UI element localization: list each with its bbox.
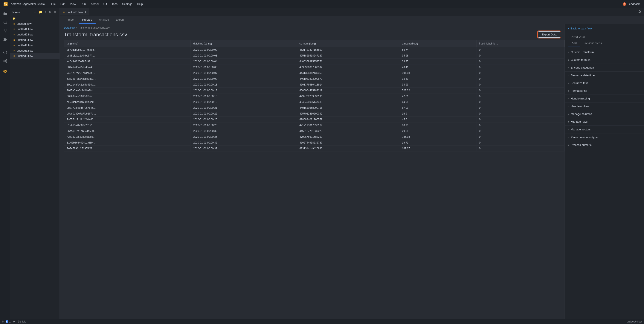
icon-folder[interactable] xyxy=(1,10,9,18)
transform-tab-add[interactable]: Add xyxy=(568,40,580,46)
transform-item[interactable]: › Featurize date/time xyxy=(565,72,644,79)
table-cell: 4106744958636787 xyxy=(297,140,399,146)
file-item[interactable]: ≋ untitled4.flow xyxy=(10,42,60,48)
menu-tabs[interactable]: Tabs xyxy=(110,2,120,6)
tab-untitled6[interactable]: ≋ untitled6.flow xyxy=(60,8,89,16)
transform-item[interactable]: › Parse column as type xyxy=(565,134,644,141)
sub-tab-import[interactable]: Import xyxy=(64,16,79,24)
icon-search[interactable] xyxy=(1,18,9,26)
sidebar-folder-btn[interactable]: 📁 xyxy=(38,10,43,14)
menu-view[interactable]: View xyxy=(68,2,78,6)
sidebar-clear-btn[interactable]: ✕ xyxy=(53,10,57,14)
col-ccnum[interactable]: cc_num (long) xyxy=(297,40,399,47)
table-cell: 4461033873900679 xyxy=(297,76,399,82)
table-row: cd77deb0b6110775a8c…2020-01-01 00:00:024… xyxy=(64,47,564,53)
transform-item[interactable]: › Process numeric xyxy=(565,141,644,149)
sub-tab-analyze[interactable]: Analyze xyxy=(96,16,112,24)
icon-node-graph[interactable] xyxy=(1,57,9,65)
table-row: 63a32c7bab4acba1bc1…2020-01-01 00:00:084… xyxy=(64,76,564,82)
table-cell: 0 xyxy=(476,53,564,59)
table-cell: 0 xyxy=(476,94,564,99)
transform-item[interactable]: › Handle outliers xyxy=(565,102,644,110)
folder-icon: 📁 xyxy=(12,17,16,20)
menu-file[interactable]: File xyxy=(49,2,58,6)
sub-tab-prepare[interactable]: Prepare xyxy=(79,16,96,24)
col-amount[interactable]: amount (float) xyxy=(399,40,476,47)
file-label: untitled.flow xyxy=(17,22,32,25)
transform-item-label: Featurize date/time xyxy=(571,74,594,77)
file-item[interactable]: ≋ untitled5.flow xyxy=(10,48,60,53)
transform-item[interactable]: › Manage rows xyxy=(565,118,644,126)
transform-item[interactable]: › Handle missing xyxy=(565,95,644,102)
feedback-label: Feedback xyxy=(628,2,640,6)
breadcrumb: Data flow / Transform: transactions.csv xyxy=(60,24,564,30)
table-row: 2015a0fea3c1d1be2fdf…2020-01-01 00:00:13… xyxy=(64,88,564,94)
col-tid[interactable]: tid (string) xyxy=(64,40,191,47)
feedback-button[interactable]: 4 Feedback xyxy=(621,2,642,7)
icon-workflow[interactable] xyxy=(1,68,9,75)
table-cell: 2020-01-01 00:00:21 xyxy=(190,105,297,111)
transform-item[interactable]: › Featurize text xyxy=(565,79,644,87)
file-item[interactable]: ≋ untitled3.flow xyxy=(10,37,60,42)
svg-point-4 xyxy=(4,30,5,30)
transform-item[interactable]: › Format string xyxy=(565,87,644,95)
table-cell: 8814da06a95dd40af48… xyxy=(64,64,191,70)
svg-line-20 xyxy=(4,71,5,72)
table-cell: 2020-01-01 00:00:13 xyxy=(190,82,297,88)
transform-item-label: Manage columns xyxy=(571,112,592,116)
file-item[interactable]: ≋ untitled1.flow xyxy=(10,26,60,32)
sidebar-add-btn[interactable]: + xyxy=(33,10,37,14)
menu-settings[interactable]: Settings xyxy=(120,2,134,6)
icon-debug[interactable] xyxy=(1,48,9,56)
icon-git[interactable] xyxy=(1,27,9,35)
data-table-container[interactable]: tid (string) datetime (string) cc_num (l… xyxy=(60,40,564,319)
table-cell: 0 xyxy=(476,105,564,111)
table-cell: 4601376686413914 xyxy=(297,82,399,88)
file-item[interactable]: ≋ untitled2.flow xyxy=(10,32,60,37)
file-item-active[interactable]: ≋ untitled6.flow xyxy=(10,53,60,59)
back-to-dataflow-link[interactable]: ‹ Back to data flow xyxy=(568,27,640,30)
chevron-right-icon: › xyxy=(568,51,569,54)
transform-item[interactable]: › Manage columns xyxy=(565,110,644,118)
sidebar-upload-btn[interactable]: ↑ xyxy=(44,10,47,14)
sidebar-refresh-btn[interactable]: ↻ xyxy=(48,10,52,14)
icon-extensions[interactable] xyxy=(1,36,9,44)
export-data-button[interactable]: Export Data xyxy=(538,31,560,38)
breadcrumb-link[interactable]: Data flow xyxy=(64,26,75,29)
transform-tab-previous[interactable]: Previous steps xyxy=(580,40,605,46)
menu-items: File Edit View Run Kernel Git Tabs Setti… xyxy=(49,2,621,6)
file-item[interactable]: ≋ untitled.flow xyxy=(10,21,60,26)
settings-gear-icon[interactable] xyxy=(636,8,644,16)
menu-kernel[interactable]: Kernel xyxy=(88,2,101,6)
table-cell: 523.32 xyxy=(399,88,476,94)
transform-item[interactable]: › Custom Transform xyxy=(565,48,644,56)
status-settings[interactable] xyxy=(13,320,15,323)
table-cell: 2020-01-01 00:00:02 xyxy=(190,47,297,53)
menu-run[interactable]: Run xyxy=(78,2,88,6)
table-cell: 15.41 xyxy=(399,76,476,82)
table-cell: 19.71 xyxy=(399,140,476,146)
table-cell: 4340490005147438 xyxy=(297,99,399,105)
sub-tab-bar: Import Prepare Analyze Export xyxy=(60,16,644,24)
table-row: e40c5af226e785d921d…2020-01-01 00:00:044… xyxy=(64,59,564,64)
menu-edit[interactable]: Edit xyxy=(58,2,67,6)
svg-point-10 xyxy=(4,60,4,62)
chevron-right-icon: › xyxy=(568,136,569,139)
table-cell: 0 xyxy=(476,88,564,94)
col-fraudlabel[interactable]: fraud_label (lo… xyxy=(476,40,564,47)
table-cell: d1ab10a4b088723191… xyxy=(64,122,191,128)
sub-tab-export[interactable]: Export xyxy=(112,16,128,24)
table-cell: 64.98 xyxy=(399,99,476,105)
menu-git[interactable]: Git xyxy=(101,2,109,6)
col-datetime[interactable]: datetime (string) xyxy=(190,40,297,47)
transform-item[interactable]: › Manage vectors xyxy=(565,126,644,134)
table-cell: 0 xyxy=(476,128,564,134)
table-cell: 0 xyxy=(476,111,564,117)
file-label: untitled6.flow xyxy=(17,54,33,58)
table-cell: 33.35 xyxy=(399,59,476,64)
icon-bar xyxy=(0,8,10,319)
table-cell: cd77deb0b6110775a8c… xyxy=(64,47,191,53)
transform-item[interactable]: › Encode categorical xyxy=(565,64,644,72)
transform-item[interactable]: › Custom formula xyxy=(565,56,644,64)
menu-help[interactable]: Help xyxy=(135,2,145,6)
